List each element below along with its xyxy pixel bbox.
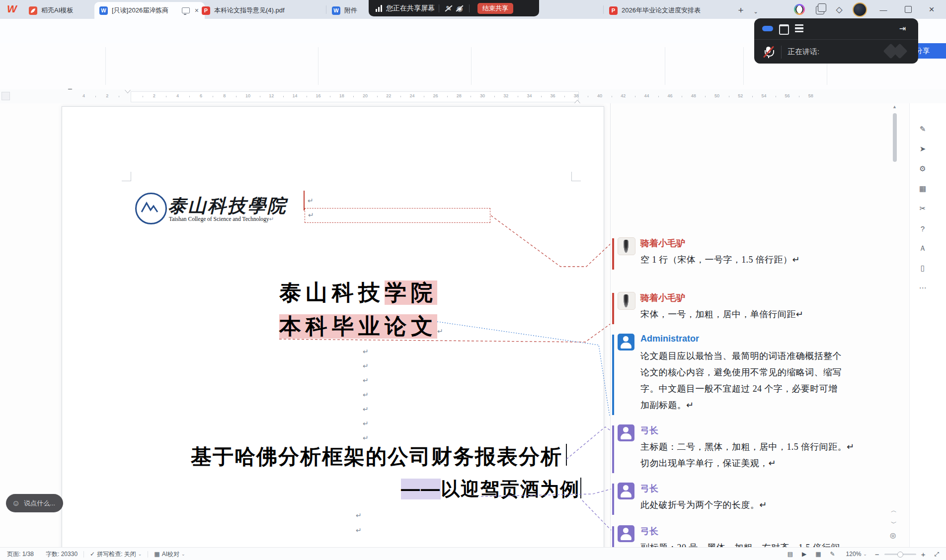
meeting-chat-chip[interactable]: ☺ 说点什么... — [6, 494, 63, 512]
new-tab-button[interactable]: + — [734, 4, 747, 17]
document-tab-3[interactable]: P本科论文指导意见(4).pdf — [197, 2, 335, 19]
preview-disabled-icon[interactable]: ◉ — [454, 3, 465, 14]
fullscreen-icon[interactable]: ⤢ — [934, 551, 939, 558]
writer-file-icon: W — [332, 6, 340, 15]
help-icon[interactable]: ? — [916, 221, 930, 235]
paragraph-mark: ↵ — [363, 362, 369, 370]
microphone-muted-icon[interactable] — [762, 46, 775, 59]
end-sharing-button[interactable]: 结束共享 — [477, 3, 513, 14]
workspace-stack-icon[interactable] — [816, 6, 824, 14]
wps-writer-window: W 稻壳AI模板W[只读]2026届淬炼商×P本科论文指导意见(4).pdfW附… — [0, 0, 946, 560]
annotate-pen-icon[interactable]: ✎ — [916, 122, 930, 136]
tab-stop-selector[interactable] — [1, 92, 10, 100]
ruler-number: 40 — [597, 93, 602, 98]
tab-list-chevron-icon[interactable]: ⌄ — [749, 5, 762, 18]
minimize-button[interactable]: — — [877, 3, 890, 16]
signal-bars-icon — [376, 5, 382, 12]
paragraph-mark: ↵ — [363, 391, 369, 399]
first-line-indent-marker[interactable] — [125, 89, 131, 96]
document-tab-1[interactable]: 稻壳AI模板 — [24, 2, 103, 19]
previous-page-icon[interactable]: ︿ — [891, 506, 897, 515]
mobile-view-icon[interactable]: ▯ — [916, 261, 930, 275]
paragraph-mark: ↵ — [363, 348, 369, 355]
ai-proofread-status[interactable]: ▦AI校对⌄ — [154, 550, 185, 559]
comment-author: 骑着小毛驴 — [640, 237, 685, 249]
ruler-number: 42 — [621, 93, 626, 98]
paragraph-mark: ↵ — [363, 420, 369, 427]
zoom-in-button[interactable]: + — [921, 550, 926, 559]
grid-tools-icon[interactable]: ▦ — [916, 182, 930, 196]
paragraph-mark: ↵ — [363, 434, 369, 442]
text-cursor — [566, 444, 567, 466]
document-tab-2[interactable]: W[只读]2026届淬炼商× — [94, 2, 205, 19]
comment-anchor-bar — [612, 526, 614, 547]
comments-panel-divider — [610, 103, 611, 547]
clip-icon[interactable]: ✂ — [916, 202, 930, 215]
meeting-collapse-icon[interactable]: ⇥ — [899, 24, 906, 33]
comment-anchor-bar — [612, 425, 614, 473]
chat-placeholder: 说点什么... — [24, 499, 55, 508]
sharing-banner-text: 您正在共享屏幕 — [386, 4, 435, 13]
ruler-number: 34 — [527, 93, 532, 98]
paragraph-mark: ↵ — [356, 511, 362, 519]
restore-button[interactable] — [902, 3, 915, 16]
vertical-scrollbar[interactable] — [893, 113, 897, 162]
cover-title-line1[interactable]: 泰山科技学院 — [279, 278, 437, 307]
select-browse-object-icon[interactable]: ◎ — [890, 531, 896, 539]
scroll-up-icon[interactable]: ▲ — [892, 104, 897, 109]
word-count[interactable]: 字数: 20330 — [46, 550, 78, 559]
wps-copilot-icon[interactable] — [794, 4, 805, 15]
read-mode-icon[interactable]: ▤ — [788, 551, 793, 558]
margin-corner-mark — [571, 172, 581, 181]
user-avatar[interactable] — [853, 2, 867, 17]
wps-home-logo[interactable]: W — [7, 3, 17, 15]
horizontal-ruler[interactable]: 2468101214161820222426283032343638404244… — [0, 89, 946, 103]
comment-avatar — [618, 424, 634, 441]
edit-mode-icon[interactable]: ✎ — [830, 551, 835, 558]
proofread-icon[interactable]: Ａ — [916, 241, 930, 255]
ruler-number: 46 — [668, 93, 673, 98]
paragraph-mark: ↵ — [308, 197, 314, 205]
cover-title-line2[interactable]: 本科毕业论文↵ — [279, 312, 443, 341]
thesis-subtitle[interactable]: ——以迎驾贡酒为例 — [401, 477, 580, 502]
ai-proofread-icon: ▦ — [154, 551, 159, 558]
ruler-number: 2 — [106, 93, 108, 98]
ruler-number: 44 — [644, 93, 649, 98]
meeting-list-icon[interactable] — [795, 24, 803, 32]
settings-icon[interactable]: ⚙ — [916, 162, 930, 176]
comment-avatar — [618, 237, 635, 255]
spellcheck-status[interactable]: ✓拼写检查: 关闭⌄ — [90, 550, 142, 559]
select-cursor-icon[interactable]: ➤ — [916, 142, 930, 156]
comment-text: 副标题：20 号，黑体，加粗，右对齐，1.5 倍行间 — [640, 540, 840, 547]
comment-anchor-bar — [612, 484, 614, 515]
meeting-window-icon[interactable] — [779, 24, 789, 35]
zoom-slider[interactable] — [884, 554, 916, 555]
play-mode-icon[interactable]: ▶ — [802, 551, 806, 558]
meeting-minimize-icon[interactable] — [762, 26, 773, 31]
zoom-out-button[interactable]: − — [875, 550, 879, 559]
thesis-main-title[interactable]: 基于哈佛分析框架的公司财务报表分析 — [191, 443, 562, 471]
comment-author: 弓长 — [640, 424, 658, 436]
comment-text: 空 1 行（宋体，一号字，1.5 倍行距）↵ — [640, 252, 800, 268]
web-layout-icon[interactable]: ▦ — [815, 551, 821, 558]
ruler-number: 22 — [386, 93, 391, 98]
pdf-file-icon: P — [609, 6, 618, 15]
page-indicator[interactable]: 页面: 1/38 — [7, 550, 34, 559]
annotation-disabled-icon[interactable]: ✎ — [443, 3, 454, 14]
comment-avatar — [618, 334, 634, 350]
ruler-number: 8 — [223, 93, 226, 98]
close-button[interactable]: × — [925, 3, 938, 16]
zoom-level[interactable]: 120%⌄ — [846, 551, 867, 558]
apps-cube-icon[interactable]: ◇ — [833, 3, 846, 16]
document-tab-6[interactable]: P2026年毕业论文进度安排表 — [604, 2, 730, 19]
speaking-label: 正在讲话: — [788, 47, 819, 57]
ruler-number: 50 — [714, 93, 719, 98]
more-tools-icon[interactable]: ⋯ — [916, 281, 930, 295]
status-bar: 页面: 1/38 字数: 20330 ✓拼写检查: 关闭⌄ ▦AI校对⌄ ▤ ▶… — [0, 547, 946, 560]
comment-avatar — [618, 483, 634, 499]
right-indent-marker[interactable] — [574, 97, 580, 104]
spellcheck-icon: ✓ — [90, 551, 95, 558]
ruler-number: 28 — [457, 93, 462, 98]
ruler-number: 2 — [153, 93, 156, 98]
next-page-icon[interactable]: ﹀ — [891, 519, 897, 528]
